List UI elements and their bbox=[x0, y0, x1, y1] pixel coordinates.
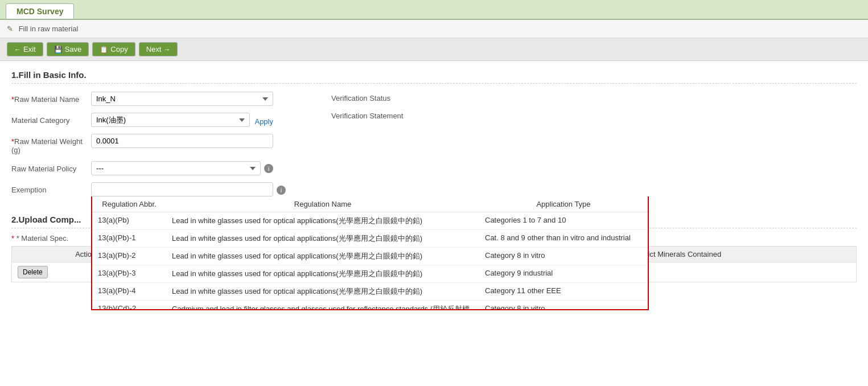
raw-material-policy-label: Raw Material Policy bbox=[11, 161, 91, 173]
form-layout: *Raw Material Name Ink_N Material Catego… bbox=[11, 92, 857, 203]
save-icon: 💾 bbox=[54, 46, 63, 54]
exemption-name: Lead in white glasses used for optical a… bbox=[166, 212, 479, 230]
copy-button[interactable]: 📋 Copy bbox=[92, 42, 135, 56]
col-application-type: Application Type bbox=[479, 196, 648, 212]
exemption-name: Lead in white glasses used for optical a… bbox=[166, 265, 479, 283]
left-form: *Raw Material Name Ink_N Material Catego… bbox=[11, 92, 286, 203]
exemption-type: Category 8 in vitro bbox=[479, 248, 648, 265]
exemption-table-container: Regulation Abbr. Regulation Name Applica… bbox=[91, 196, 649, 310]
raw-material-name-label: *Raw Material Name bbox=[11, 92, 91, 104]
section1-title: 1.Fill in Basic Info. bbox=[11, 70, 857, 84]
raw-material-policy-field: --- i bbox=[91, 161, 273, 175]
exit-icon: ← bbox=[14, 46, 21, 54]
col-regulation-name: Regulation Name bbox=[166, 196, 479, 212]
next-icon: → bbox=[163, 46, 170, 54]
exemption-row: Exemption Regulation Abbr. Regulation Na… bbox=[11, 182, 286, 196]
save-button[interactable]: 💾 Save bbox=[47, 42, 89, 56]
raw-material-weight-label: *Raw Material Weight (g) bbox=[11, 134, 91, 154]
raw-material-name-select[interactable]: Ink_N bbox=[91, 92, 273, 106]
col-regulation-abbr: Regulation Abbr. bbox=[92, 196, 166, 212]
copy-icon: 📋 bbox=[100, 46, 108, 54]
exemption-name: Lead in white glasses used for optical a… bbox=[166, 230, 479, 248]
exemption-type: Category 9 industrial bbox=[479, 265, 648, 283]
tab-mcd-survey[interactable]: MCD Survey bbox=[6, 3, 74, 19]
exemption-abbr: 13(a)(Pb) bbox=[92, 212, 166, 230]
exemption-type: Category 11 other EEE bbox=[479, 283, 648, 301]
apply-button[interactable]: Apply bbox=[254, 114, 273, 126]
main-content: 1.Fill in Basic Info. *Raw Material Name… bbox=[0, 61, 868, 386]
right-form: Verification Status Verification Stateme… bbox=[308, 92, 857, 203]
breadcrumb: ✎ Fill in raw material bbox=[0, 20, 868, 38]
material-category-select[interactable]: Ink(油墨) bbox=[91, 113, 250, 127]
verification-area: Verification Status Verification Stateme… bbox=[331, 92, 857, 120]
exemption-name: Lead in white glasses used for optical a… bbox=[166, 248, 479, 265]
exit-button[interactable]: ← Exit bbox=[7, 42, 43, 56]
exemption-table-row[interactable]: 13(a)(Pb) Lead in white glasses used for… bbox=[92, 212, 648, 230]
policy-info-icon[interactable]: i bbox=[264, 164, 273, 173]
exemption-table: Regulation Abbr. Regulation Name Applica… bbox=[92, 196, 648, 310]
exemption-name: Cadmium and lead in filter glasses and g… bbox=[166, 301, 479, 311]
exemption-table-row[interactable]: 13(b)(Cd)-2 Cadmium and lead in filter g… bbox=[92, 301, 648, 311]
material-category-row: Material Category Ink(油墨) Apply bbox=[11, 113, 286, 127]
exemption-abbr: 13(a)(Pb)-1 bbox=[92, 230, 166, 248]
raw-material-name-row: *Raw Material Name Ink_N bbox=[11, 92, 286, 106]
material-category-label: Material Category bbox=[11, 113, 91, 125]
exemption-abbr: 13(a)(Pb)-2 bbox=[92, 248, 166, 265]
verification-status-label: Verification Status bbox=[331, 94, 857, 102]
raw-material-weight-input[interactable] bbox=[91, 134, 273, 148]
exemption-dropdown: Regulation Abbr. Regulation Name Applica… bbox=[91, 182, 273, 196]
exemption-table-row[interactable]: 13(a)(Pb)-2 Lead in white glasses used f… bbox=[92, 248, 648, 265]
raw-material-policy-select[interactable]: --- bbox=[91, 161, 261, 175]
verification-statement-label: Verification Statement bbox=[331, 112, 857, 120]
exemption-table-row[interactable]: 13(a)(Pb)-1 Lead in white glasses used f… bbox=[92, 230, 648, 248]
exemption-abbr: 13(a)(Pb)-3 bbox=[92, 265, 166, 283]
exemption-type: Categories 1 to 7 and 10 bbox=[479, 212, 648, 230]
exemption-table-row[interactable]: 13(a)(Pb)-3 Lead in white glasses used f… bbox=[92, 265, 648, 283]
exemption-info-icon[interactable]: i bbox=[277, 186, 286, 195]
delete-button[interactable]: Delete bbox=[18, 266, 48, 278]
raw-material-name-field: Ink_N bbox=[91, 92, 273, 106]
breadcrumb-text: Fill in raw material bbox=[19, 24, 79, 33]
exemption-name: Lead in white glasses used for optical a… bbox=[166, 283, 479, 301]
exemption-table-row[interactable]: 13(a)(Pb)-4 Lead in white glasses used f… bbox=[92, 283, 648, 301]
exemption-label: Exemption bbox=[11, 182, 91, 194]
tab-bar: MCD Survey bbox=[0, 0, 868, 20]
exemption-type: Cat. 8 and 9 other than in vitro and ind… bbox=[479, 230, 648, 248]
exemption-input[interactable] bbox=[91, 182, 273, 196]
next-button[interactable]: Next → bbox=[139, 42, 178, 56]
exemption-abbr: 13(a)(Pb)-4 bbox=[92, 283, 166, 301]
edit-icon: ✎ bbox=[7, 24, 13, 33]
exemption-abbr: 13(b)(Cd)-2 bbox=[92, 301, 166, 311]
raw-material-policy-row: Raw Material Policy --- i bbox=[11, 161, 286, 175]
toolbar: ← Exit 💾 Save 📋 Copy Next → bbox=[0, 38, 868, 61]
exemption-type: Category 8 in vitro bbox=[479, 301, 648, 311]
raw-material-weight-row: *Raw Material Weight (g) bbox=[11, 134, 286, 154]
material-category-field: Ink(油墨) Apply bbox=[91, 113, 273, 127]
raw-material-weight-field bbox=[91, 134, 273, 148]
